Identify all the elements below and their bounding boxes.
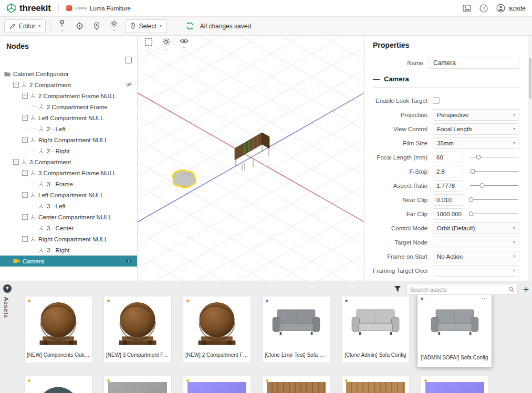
select-frame-on-start[interactable]: No Action▾ bbox=[433, 251, 519, 262]
tree-node-3-compartment[interactable]: −3 Compartment bbox=[0, 156, 137, 167]
asset-search-input[interactable] bbox=[410, 286, 506, 293]
asset-card-partial-5[interactable] bbox=[341, 376, 410, 393]
visibility-button[interactable]: ⌄ bbox=[178, 38, 191, 51]
workspace-switcher[interactable]: LUMA Luma Furniture bbox=[66, 5, 131, 12]
tree-node-3-frame[interactable]: 3 - Frame bbox=[0, 178, 137, 189]
user-menu[interactable]: azade bbox=[496, 4, 526, 13]
tree-node-right-compartment-null[interactable]: −Right Compartment NULL bbox=[0, 233, 137, 245]
tree-node-cabinet-configurator[interactable]: Cabinet Configurator bbox=[0, 68, 137, 79]
asset-card-clone-error-test-sofa-config[interactable]: [Clone Error Test] Sofa Config bbox=[262, 296, 330, 363]
asset-card-admin-sofa-sofa-config[interactable]: ⋯[!ADMIN SOFA!] Sofa Config bbox=[417, 294, 492, 367]
settings-tool-button[interactable]: ⌄ bbox=[108, 20, 120, 32]
tree-node-center-compartment-null[interactable]: −Center Compartment NULL bbox=[0, 211, 137, 222]
pin-tool-button[interactable]: ⌄ bbox=[56, 20, 68, 32]
tree-node-camera[interactable]: Camera bbox=[0, 256, 137, 267]
select-framing-target-over[interactable]: ▾ bbox=[433, 265, 519, 277]
slider-knob[interactable] bbox=[468, 211, 473, 216]
threekit-logo[interactable]: threekit bbox=[6, 3, 51, 14]
name-input[interactable] bbox=[429, 57, 519, 69]
tree-node-2-left[interactable]: 2 - Left bbox=[0, 123, 137, 134]
slider-focal-length-mm[interactable] bbox=[470, 152, 519, 163]
number-input-aspect-ratio[interactable]: 1.7778 bbox=[433, 180, 463, 192]
asset-card-partial-3[interactable] bbox=[183, 376, 251, 393]
media-icon[interactable] bbox=[463, 5, 471, 12]
tree-node-2-compartment-frame-null[interactable]: −2 Compartment Frame NULL bbox=[0, 90, 137, 101]
tree-expander[interactable]: − bbox=[13, 82, 19, 88]
number-input-f-stop[interactable]: 2.8 bbox=[433, 166, 463, 177]
asset-search[interactable] bbox=[406, 284, 518, 295]
add-asset-button[interactable]: + bbox=[523, 284, 529, 294]
asset-card-new-2-compartment-fram[interactable]: [NEW] 2 Compartment Fram... bbox=[183, 296, 251, 363]
tree-node-2-compartment[interactable]: −2 Compartment bbox=[0, 79, 137, 90]
section-title: Camera bbox=[384, 75, 409, 83]
eye-off-icon[interactable] bbox=[126, 81, 132, 89]
tree-node-3-compartment-frame-null[interactable]: −3 Compartment Frame NULL bbox=[0, 167, 137, 178]
camera-object-selected[interactable] bbox=[172, 170, 195, 187]
slider-near-clip[interactable] bbox=[470, 194, 519, 206]
tree-node-2-right[interactable]: 2 - Right bbox=[0, 145, 137, 156]
3d-canvas[interactable] bbox=[138, 36, 364, 281]
asset-card-partial-4[interactable] bbox=[262, 376, 330, 393]
select-control-mode[interactable]: Orbit (Default)▾ bbox=[433, 222, 519, 234]
marquee-select-button[interactable]: ⌄ bbox=[142, 38, 155, 51]
tree-expander[interactable]: − bbox=[22, 214, 28, 220]
assets-collapse-button[interactable]: ▼ bbox=[3, 284, 12, 293]
slider-knob[interactable] bbox=[470, 169, 475, 174]
slider-knob[interactable] bbox=[468, 197, 473, 202]
scrollbar[interactable] bbox=[528, 36, 532, 281]
tree-expander[interactable]: − bbox=[22, 236, 28, 242]
tree-node-3-left[interactable]: 3 - Left bbox=[0, 200, 137, 211]
select-mode-dropdown[interactable]: Select ▾ bbox=[125, 19, 166, 33]
camera-section-header[interactable]: — Camera bbox=[373, 75, 519, 88]
slider-aspect-ratio[interactable] bbox=[470, 180, 519, 192]
filter-icon[interactable] bbox=[394, 285, 401, 294]
asset-card-new-3-compartment-fram[interactable]: [NEW] 3 Compartment Fram... bbox=[103, 296, 172, 363]
number-input-focal-length-mm[interactable]: 60 bbox=[433, 152, 463, 163]
chevron-down-icon: ▾ bbox=[38, 24, 40, 28]
prop-label: Near Clip bbox=[373, 197, 427, 203]
slider-f-stop[interactable] bbox=[470, 166, 519, 177]
number-input-far-clip[interactable]: 1000.000 bbox=[433, 208, 463, 220]
marker-tool-button[interactable] bbox=[90, 22, 103, 30]
tree-expander[interactable]: − bbox=[22, 93, 28, 99]
nodes-select-checkbox[interactable] bbox=[125, 57, 132, 63]
checkbox-enable-look-target[interactable] bbox=[433, 97, 440, 104]
help-icon[interactable]: ? bbox=[479, 4, 488, 13]
select-target-node[interactable]: ▾ bbox=[433, 237, 519, 248]
tree-node-right-compartment-null[interactable]: −Right Compartment NULL bbox=[0, 134, 137, 145]
viewport-settings-button[interactable]: ⌄ bbox=[160, 38, 173, 51]
3d-viewport[interactable]: ⌄ ⌄ ⌄ bbox=[138, 36, 364, 281]
tree-expander[interactable]: − bbox=[13, 159, 19, 165]
select-film-size[interactable]: 35mm▾ bbox=[433, 137, 519, 149]
tree-node-3-right[interactable]: 3 - Right bbox=[0, 245, 137, 256]
gear-icon bbox=[162, 38, 170, 46]
tree-expander[interactable]: − bbox=[22, 115, 28, 121]
slider-knob[interactable] bbox=[476, 155, 481, 160]
tree-node-label: 2 Compartment Frame NULL bbox=[38, 93, 116, 99]
tree-node-left-compartment-null[interactable]: −Left Compartment NULL bbox=[0, 112, 137, 123]
asset-card-clone-admin-sofa-config[interactable]: [Clone Admin] Sofa Config bbox=[341, 296, 410, 363]
asset-card-partial-6[interactable] bbox=[421, 376, 489, 393]
slider-far-clip[interactable] bbox=[470, 208, 519, 220]
eye-icon[interactable] bbox=[126, 258, 132, 265]
asset-card-partial-2[interactable] bbox=[103, 376, 172, 393]
collapse-icon[interactable]: — bbox=[373, 75, 380, 83]
select-projection[interactable]: Perspective▾ bbox=[433, 109, 519, 121]
card-menu-icon[interactable]: ⋯ bbox=[481, 294, 488, 302]
gizmo-tool-button[interactable] bbox=[73, 22, 86, 30]
asset-card-new-components-oak-lig[interactable]: [NEW] Components Oak Lig... bbox=[24, 296, 92, 363]
editor-mode-dropdown[interactable]: Editor ▾ bbox=[4, 19, 46, 33]
number-input-near-clip[interactable]: 0.010 bbox=[433, 194, 463, 206]
slider-knob[interactable] bbox=[479, 183, 484, 188]
select-value: No Action bbox=[437, 253, 513, 260]
select-view-control[interactable]: Focal Length▾ bbox=[433, 123, 519, 135]
asset-card-partial-1[interactable] bbox=[24, 376, 92, 393]
tree-expander[interactable]: − bbox=[22, 192, 28, 198]
tree-expander[interactable]: − bbox=[22, 170, 28, 176]
tree-node-3-center[interactable]: 3 - Center bbox=[0, 222, 137, 233]
sync-icon[interactable] bbox=[185, 22, 194, 30]
tree-node-left-compartment-null[interactable]: −Left Compartment NULL bbox=[0, 189, 137, 200]
tree-node-2-compartment-frame[interactable]: 2 Compartment Frame bbox=[0, 101, 137, 112]
tree-expander[interactable]: − bbox=[22, 137, 28, 143]
scrollbar-thumb[interactable] bbox=[529, 58, 531, 99]
